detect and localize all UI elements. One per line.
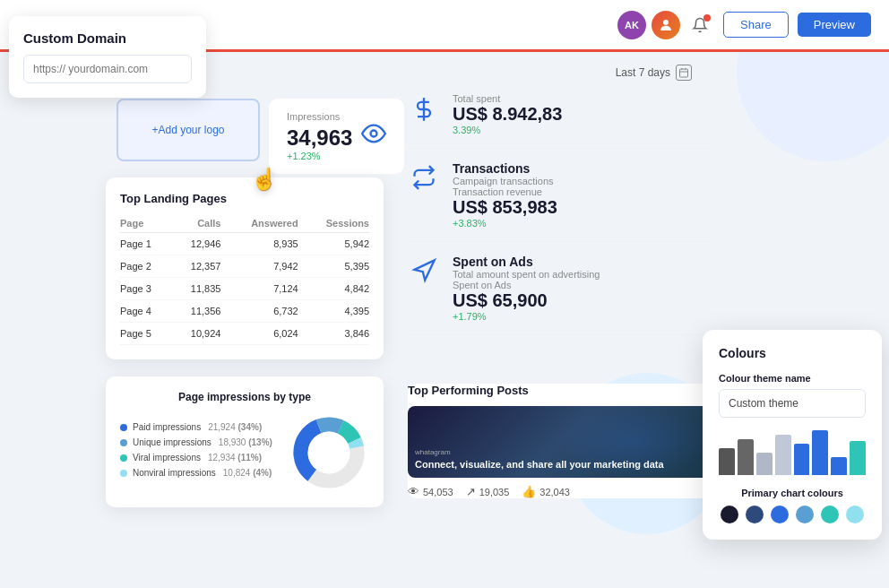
svg-point-0 (663, 20, 669, 25)
logo-upload-label: +Add your logo (151, 124, 224, 136)
post-stat-value: 54,053 (423, 487, 453, 497)
colours-panel-title: Colours (719, 346, 866, 360)
impressions-type-title: Page impressions by type (120, 391, 369, 403)
table-cell: 5,942 (298, 233, 369, 255)
table-cell: 4,842 (298, 278, 369, 300)
post-stat-icon: 👁 (408, 485, 419, 498)
mini-bar-chart (719, 430, 866, 475)
spent-ads-sub: Total amount spent on advertising (453, 269, 600, 280)
custom-domain-title: Custom Domain (23, 30, 192, 46)
col-page: Page (120, 214, 171, 233)
legend-value: 10,824 (4%) (223, 468, 272, 478)
primary-colours-label: Primary chart colours (719, 488, 866, 498)
colour-dot[interactable] (746, 506, 764, 523)
table-cell: 7,942 (220, 255, 298, 278)
domain-input[interactable] (23, 55, 192, 83)
table-row: Page 112,9468,9355,942 (120, 233, 369, 255)
colour-theme-label: Colour theme name (719, 373, 866, 384)
bar (794, 444, 810, 475)
dollar-icon (408, 93, 440, 125)
bar (850, 441, 866, 475)
table-cell: 12,357 (171, 255, 220, 278)
table-cell: Page 1 (120, 233, 171, 255)
table-cell: Page 3 (120, 278, 171, 300)
spent-ads-title: Spent on Ads (453, 255, 600, 269)
notification-bell[interactable] (686, 11, 714, 39)
legend-dot (120, 439, 127, 446)
landing-pages-card: Top Landing Pages Page Calls Answered Se… (106, 177, 384, 359)
transaction-revenue-change: +3.83% (453, 218, 557, 229)
svg-point-5 (371, 131, 377, 137)
transaction-revenue-value: US$ 853,983 (453, 197, 557, 218)
col-calls: Calls (171, 214, 220, 233)
transactions-sub: Campaign transactions (453, 176, 557, 186)
legend-value: 21,924 (34%) (208, 422, 262, 432)
table-cell: 3,846 (298, 323, 369, 345)
total-spent-change: 3.39% (453, 125, 562, 135)
table-row: Page 411,3566,7324,395 (120, 300, 369, 323)
spent-ads-label: Spent on Ads (453, 280, 600, 290)
svg-point-12 (308, 432, 350, 474)
metric-total-spent: Total spent US$ 8.942,83 3.39% (408, 81, 710, 149)
eye-icon (361, 121, 386, 151)
table-cell: Page 4 (120, 300, 171, 323)
col-sessions: Sessions (298, 214, 369, 233)
colour-dot[interactable] (821, 506, 839, 523)
post-stat: ↗19,035 (466, 485, 510, 498)
colour-dot[interactable] (796, 506, 814, 523)
legend-value: 18,930 (13%) (219, 437, 272, 447)
legend-dot (120, 470, 127, 477)
post-stat: 👍32,043 (522, 485, 570, 498)
share-button[interactable]: Share (723, 12, 789, 38)
table-cell: 11,356 (171, 300, 220, 323)
post-stat-value: 32,043 (539, 487, 570, 497)
preview-button[interactable]: Preview (798, 13, 871, 37)
legend-item: Paid impressions 21,924 (34%) (120, 422, 274, 432)
transfer-icon (408, 161, 440, 194)
table-row: Page 510,9246,0243,846 (120, 323, 369, 345)
legend-item: Unique impressions 18,930 (13%) (120, 437, 274, 447)
table-cell: Page 5 (120, 323, 171, 345)
colour-theme-input[interactable] (719, 389, 866, 418)
notification-dot (703, 14, 711, 22)
megaphone-icon (408, 255, 440, 287)
table-cell: Page 2 (120, 255, 171, 278)
date-filter[interactable]: Last 7 days (616, 65, 692, 81)
impressions-type-card: Page impressions by type Paid impression… (106, 376, 384, 507)
legend-dot (120, 424, 127, 431)
table-cell: 7,124 (220, 278, 298, 300)
bar (719, 448, 735, 475)
table-cell: 6,732 (220, 300, 298, 323)
colour-dot[interactable] (721, 506, 738, 523)
landing-pages-title: Top Landing Pages (120, 192, 369, 205)
impressions-label: Impressions (287, 111, 352, 122)
logo-upload-card[interactable]: +Add your logo (117, 99, 260, 161)
post-stat: 👁54,053 (408, 485, 453, 498)
colour-dots (719, 506, 866, 523)
spent-ads-change: +1.79% (453, 311, 600, 322)
col-answered: Answered (220, 214, 298, 233)
impressions-card: Impressions 34,963 +1.23% (269, 99, 404, 174)
total-spent-label: Total spent (453, 93, 562, 104)
top-posts-card: Top Performing Posts whatagram Connect, … (408, 384, 710, 498)
avatar-group: AK (617, 11, 714, 39)
bar (831, 457, 847, 475)
legend-label: Nonviral impressions (133, 468, 216, 478)
bar (812, 430, 828, 475)
top-posts-title: Top Performing Posts (408, 384, 710, 397)
transaction-revenue-label: Transaction revenue (453, 186, 557, 197)
legend-label: Viral impressions (133, 453, 201, 463)
legend-item: Viral impressions 12,934 (11%) (120, 453, 274, 463)
metrics-panel: Total spent US$ 8.942,83 3.39% Transacti… (408, 81, 710, 335)
donut-row: Paid impressions 21,924 (34%) Unique imp… (120, 412, 369, 493)
legend-item: Nonviral impressions 10,824 (4%) (120, 468, 274, 478)
impressions-change: +1.23% (287, 151, 352, 161)
legend-dot (120, 454, 127, 462)
colour-dot[interactable] (771, 506, 789, 523)
transactions-title: Transactions (453, 161, 557, 176)
impressions-value: 34,963 (287, 125, 352, 151)
post-thumbnail-text: whatagram Connect, visualize, and share … (408, 441, 710, 478)
calendar-icon[interactable] (676, 65, 692, 81)
colour-dot[interactable] (846, 506, 864, 523)
bar (756, 453, 772, 475)
